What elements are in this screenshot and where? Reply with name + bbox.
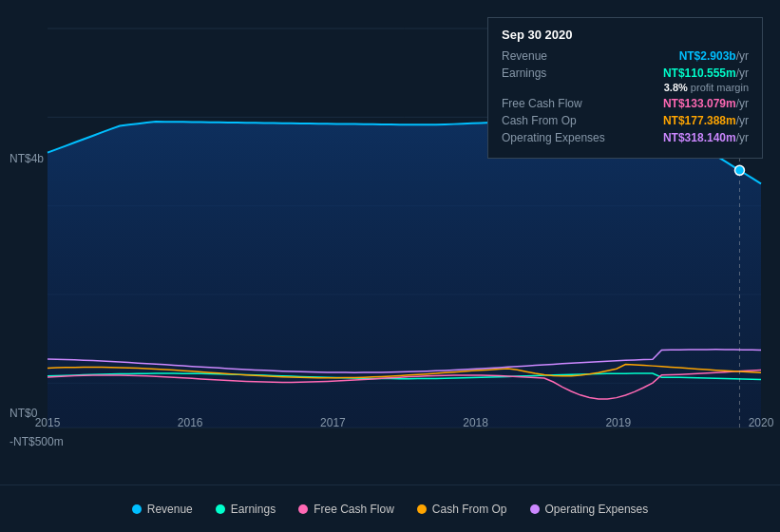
y-axis-label-neg: -NT$500m: [10, 435, 64, 448]
legend-dot-fcf: [298, 504, 308, 514]
legend-label-opex: Operating Expenses: [545, 503, 649, 516]
x-label-2016: 2016: [178, 416, 203, 429]
tooltip-earnings-value: NT$110.555m/yr: [663, 66, 749, 80]
tooltip-cashop-label: Cash From Op: [502, 114, 577, 127]
x-label-2018: 2018: [463, 416, 488, 429]
legend: RevenueEarningsFree Cash FlowCash From O…: [0, 484, 780, 532]
tooltip-opex-row: Operating Expenses NT$318.140m/yr: [502, 131, 749, 144]
legend-item-fcf[interactable]: Free Cash Flow: [298, 503, 394, 516]
legend-label-earnings: Earnings: [231, 503, 276, 516]
legend-label-cashop: Cash From Op: [432, 503, 507, 516]
legend-dot-cashop: [417, 504, 427, 514]
tooltip-opex-label: Operating Expenses: [502, 131, 605, 144]
tooltip-date: Sep 30 2020: [502, 28, 749, 42]
tooltip-box: Sep 30 2020 Revenue NT$2.903b/yr Earning…: [487, 17, 763, 159]
tooltip-revenue-value: NT$2.903b/yr: [679, 49, 749, 63]
tooltip-margin-row: 3.8% profit margin: [502, 82, 749, 93]
x-label-2019: 2019: [605, 416, 631, 429]
y-axis-label-4b: NT$4b: [10, 152, 44, 165]
x-axis-labels: 201520162017201820192020: [0, 416, 780, 435]
tooltip-opex-value: NT$318.140m/yr: [663, 131, 749, 144]
tooltip-fcf-row: Free Cash Flow NT$133.079m/yr: [502, 97, 749, 110]
tooltip-cashop-row: Cash From Op NT$177.388m/yr: [502, 114, 749, 127]
tooltip-fcf-label: Free Cash Flow: [502, 97, 582, 110]
tooltip-revenue-row: Revenue NT$2.903b/yr: [502, 49, 749, 63]
legend-dot-revenue: [132, 504, 142, 514]
x-label-2017: 2017: [320, 416, 346, 429]
legend-item-revenue[interactable]: Revenue: [132, 503, 193, 516]
tooltip-cashop-value: NT$177.388m/yr: [663, 114, 749, 127]
x-label-2015: 2015: [35, 416, 61, 429]
legend-item-cashop[interactable]: Cash From Op: [417, 503, 507, 516]
tooltip-margin-value: 3.8% profit margin: [664, 82, 749, 93]
legend-label-fcf: Free Cash Flow: [314, 503, 394, 516]
legend-dot-earnings: [216, 504, 225, 514]
legend-item-opex[interactable]: Operating Expenses: [530, 503, 649, 516]
legend-label-revenue: Revenue: [147, 503, 193, 516]
legend-dot-opex: [530, 504, 540, 514]
tooltip-earnings-row: Earnings NT$110.555m/yr: [502, 66, 749, 80]
tooltip-earnings-label: Earnings: [502, 66, 546, 80]
tooltip-fcf-value: NT$133.079m/yr: [663, 97, 749, 110]
chart-area: NT$4b NT$0 -NT$500m 20152016201720182019…: [0, 0, 780, 484]
legend-item-earnings[interactable]: Earnings: [216, 503, 276, 516]
x-label-2020: 2020: [749, 416, 774, 429]
tooltip-revenue-label: Revenue: [502, 49, 547, 63]
